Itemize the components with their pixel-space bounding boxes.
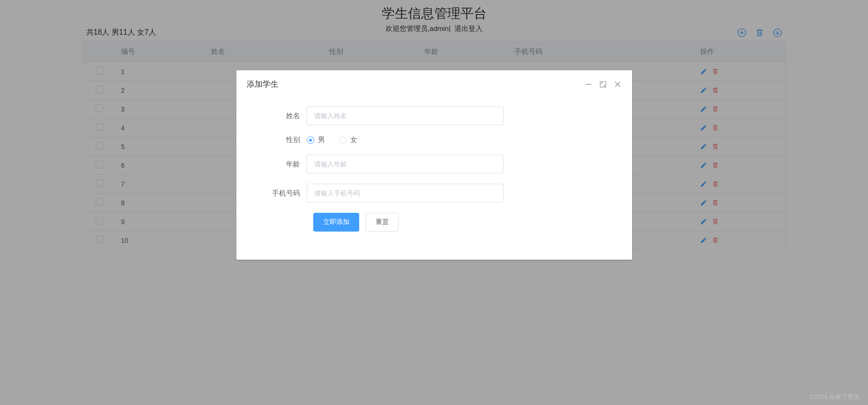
age-input[interactable] bbox=[307, 155, 504, 173]
minimize-icon[interactable] bbox=[584, 80, 593, 89]
age-label: 年龄 bbox=[264, 160, 307, 169]
submit-button[interactable]: 立即添加 bbox=[313, 213, 359, 232]
dialog-title: 添加学生 bbox=[247, 79, 279, 90]
reset-button[interactable]: 重置 bbox=[366, 213, 399, 232]
fullscreen-icon[interactable] bbox=[599, 81, 607, 88]
phone-input[interactable] bbox=[307, 184, 504, 202]
radio-female-label: 女 bbox=[350, 135, 357, 144]
radio-circle-icon bbox=[339, 136, 347, 144]
close-icon[interactable] bbox=[613, 80, 622, 89]
radio-male-label: 男 bbox=[318, 135, 325, 144]
svg-rect-5 bbox=[600, 82, 606, 87]
add-student-dialog: 添加学生 姓名 性别 男 bbox=[236, 70, 632, 260]
radio-circle-icon bbox=[307, 136, 314, 144]
phone-label: 手机号码 bbox=[264, 189, 307, 198]
name-label: 姓名 bbox=[264, 112, 307, 120]
watermark: CSDN @麻了秃头 bbox=[810, 393, 860, 401]
gender-label: 性别 bbox=[264, 135, 307, 144]
radio-male[interactable]: 男 bbox=[307, 135, 325, 144]
radio-female[interactable]: 女 bbox=[339, 135, 357, 144]
name-input[interactable] bbox=[307, 106, 504, 125]
